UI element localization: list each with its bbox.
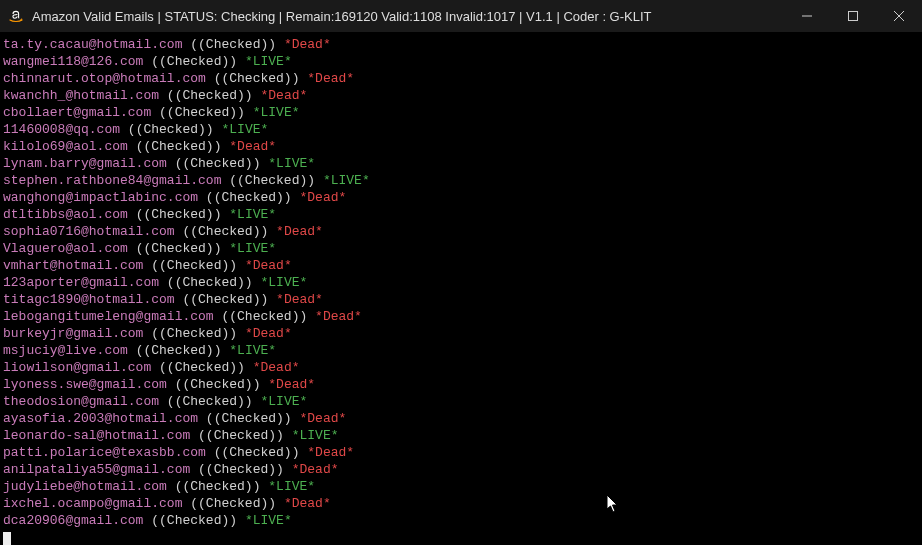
email-address: stephen.rathbone84@gmail.com [3,173,221,188]
checked-label: ((Checked)) [151,513,237,528]
checked-label: ((Checked)) [151,326,237,341]
status-dead-label: *Dead* [315,309,362,324]
window-controls [784,0,922,32]
checked-label: ((Checked)) [214,71,300,86]
email-address: wanghong@impactlabinc.com [3,190,198,205]
status-live-label: *LIVE* [260,394,307,409]
output-line: 11460008@qq.com ((Checked)) *LIVE* [3,121,919,138]
checked-label: ((Checked)) [206,411,292,426]
status-dead-label: *Dead* [276,292,323,307]
status-live-label: *LIVE* [292,428,339,443]
email-address: cbollaert@gmail.com [3,105,151,120]
status-live-label: *LIVE* [268,156,315,171]
titlebar-left: Amazon Valid Emails | STATUS: Checking |… [0,8,652,24]
output-line: lyoness.swe@gmail.com ((Checked)) *Dead* [3,376,919,393]
email-address: 123aporter@gmail.com [3,275,159,290]
email-address: theodosion@gmail.com [3,394,159,409]
status-live-label: *LIVE* [260,275,307,290]
email-address: ta.ty.cacau@hotmail.com [3,37,182,52]
output-line: lynam.barry@gmail.com ((Checked)) *LIVE* [3,155,919,172]
output-line: vmhart@hotmail.com ((Checked)) *Dead* [3,257,919,274]
email-address: lebogangitumeleng@gmail.com [3,309,214,324]
output-line: kwanchh_@hotmail.com ((Checked)) *Dead* [3,87,919,104]
output-line: sophia0716@hotmail.com ((Checked)) *Dead… [3,223,919,240]
checked-label: ((Checked)) [175,479,261,494]
minimize-icon [802,9,812,24]
email-address: titagc1890@hotmail.com [3,292,175,307]
email-address: kwanchh_@hotmail.com [3,88,159,103]
status-dead-label: *Dead* [284,496,331,511]
checked-label: ((Checked)) [175,156,261,171]
email-address: Vlaguero@aol.com [3,241,128,256]
prompt-line [3,529,919,545]
email-address: msjuciy@live.com [3,343,128,358]
output-line: judyliebe@hotmail.com ((Checked)) *LIVE* [3,478,919,495]
status-dead-label: *Dead* [276,224,323,239]
status-live-label: *LIVE* [323,173,370,188]
checked-label: ((Checked)) [182,224,268,239]
checked-label: ((Checked)) [151,54,237,69]
status-dead-label: *Dead* [284,37,331,52]
checked-label: ((Checked)) [206,190,292,205]
output-line: dtltibbs@aol.com ((Checked)) *LIVE* [3,206,919,223]
output-line: kilolo69@aol.com ((Checked)) *Dead* [3,138,919,155]
email-address: 11460008@qq.com [3,122,120,137]
email-address: ixchel.ocampo@gmail.com [3,496,182,511]
output-line: theodosion@gmail.com ((Checked)) *LIVE* [3,393,919,410]
email-address: patti.polarice@texasbb.com [3,445,206,460]
close-icon [894,9,904,24]
email-address: dtltibbs@aol.com [3,207,128,222]
status-live-label: *LIVE* [221,122,268,137]
email-address: chinnarut.otop@hotmail.com [3,71,206,86]
output-line: Vlaguero@aol.com ((Checked)) *LIVE* [3,240,919,257]
checked-label: ((Checked)) [198,428,284,443]
output-line: ta.ty.cacau@hotmail.com ((Checked)) *Dea… [3,36,919,53]
window-titlebar: Amazon Valid Emails | STATUS: Checking |… [0,0,922,32]
output-line: lebogangitumeleng@gmail.com ((Checked)) … [3,308,919,325]
terminal-output: ta.ty.cacau@hotmail.com ((Checked)) *Dea… [0,32,922,545]
email-address: kilolo69@aol.com [3,139,128,154]
checked-label: ((Checked)) [159,360,245,375]
checked-label: ((Checked)) [214,445,300,460]
minimize-button[interactable] [784,0,830,32]
checked-label: ((Checked)) [136,241,222,256]
email-address: sophia0716@hotmail.com [3,224,175,239]
output-line: wanghong@impactlabinc.com ((Checked)) *D… [3,189,919,206]
email-address: lyoness.swe@gmail.com [3,377,167,392]
email-address: judyliebe@hotmail.com [3,479,167,494]
output-line: anilpataliya55@gmail.com ((Checked)) *De… [3,461,919,478]
checked-label: ((Checked)) [175,377,261,392]
status-dead-label: *Dead* [300,190,347,205]
status-dead-label: *Dead* [307,71,354,86]
output-line: stephen.rathbone84@gmail.com ((Checked))… [3,172,919,189]
checked-label: ((Checked)) [221,309,307,324]
checked-label: ((Checked)) [128,122,214,137]
status-dead-label: *Dead* [229,139,276,154]
checked-label: ((Checked)) [167,88,253,103]
status-live-label: *LIVE* [253,105,300,120]
output-line: cbollaert@gmail.com ((Checked)) *LIVE* [3,104,919,121]
checked-label: ((Checked)) [151,258,237,273]
email-address: dca20906@gmail.com [3,513,143,528]
status-live-label: *LIVE* [229,207,276,222]
email-address: anilpataliya55@gmail.com [3,462,190,477]
checked-label: ((Checked)) [229,173,315,188]
checked-label: ((Checked)) [159,105,245,120]
checked-label: ((Checked)) [190,37,276,52]
status-live-label: *LIVE* [229,241,276,256]
status-dead-label: *Dead* [307,445,354,460]
checked-label: ((Checked)) [182,292,268,307]
output-line: ayasofia.2003@hotmail.com ((Checked)) *D… [3,410,919,427]
status-dead-label: *Dead* [300,411,347,426]
window-title: Amazon Valid Emails | STATUS: Checking |… [32,9,652,24]
output-line: patti.polarice@texasbb.com ((Checked)) *… [3,444,919,461]
output-line: liowilson@gmail.com ((Checked)) *Dead* [3,359,919,376]
email-address: liowilson@gmail.com [3,360,151,375]
maximize-button[interactable] [830,0,876,32]
checked-label: ((Checked)) [136,343,222,358]
status-dead-label: *Dead* [260,88,307,103]
email-address: wangmei118@126.com [3,54,143,69]
output-line: msjuciy@live.com ((Checked)) *LIVE* [3,342,919,359]
close-button[interactable] [876,0,922,32]
output-line: leonardo-sal@hotmail.com ((Checked)) *LI… [3,427,919,444]
